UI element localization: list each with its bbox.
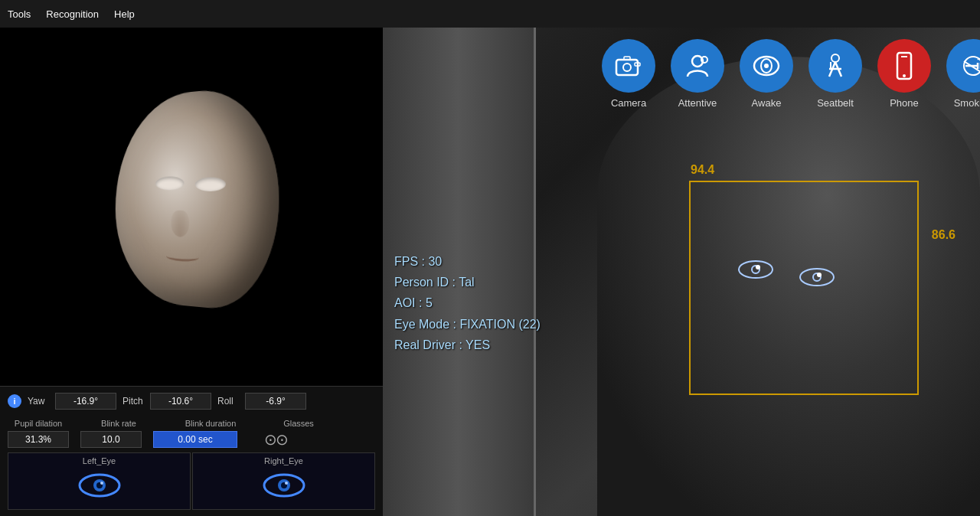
left-panel: i Yaw Pitch Roll Pupil dilation Blink ra…	[0, 28, 383, 516]
svg-point-31	[817, 273, 822, 277]
seatbelt-icon	[823, 52, 848, 80]
pupil-value: 31.3%	[8, 431, 69, 448]
stats-labels-row: Pupil dilation Blink rate Blink duration…	[8, 416, 375, 429]
pitch-input[interactable]	[150, 393, 211, 410]
phone-label: Phone	[890, 97, 919, 109]
detection-score-tr: 86.6	[932, 228, 956, 242]
right-eye-label: Right_Eye	[264, 456, 303, 465]
icon-bar: Camera Attentive Awake	[602, 39, 980, 109]
ear-shape	[92, 176, 115, 218]
svg-point-3	[100, 482, 103, 485]
icon-item-awake[interactable]: Awake	[740, 39, 793, 109]
blink-rate-value: 10.0	[80, 431, 142, 448]
nose-shape	[171, 211, 189, 237]
glasses-label: Glasses	[283, 419, 314, 428]
detection-score-tl: 94.4	[691, 163, 714, 177]
camera-label: Camera	[611, 97, 646, 109]
svg-point-17	[831, 54, 839, 62]
right-panel: Camera Attentive Awake	[383, 28, 980, 516]
camera-icon-circle[interactable]	[602, 39, 655, 93]
head-canvas	[0, 28, 383, 386]
face-left-eye-svg	[737, 259, 775, 280]
icon-item-phone[interactable]: Phone	[877, 39, 931, 109]
overlay-text: FPS : 30 Person ID : Tal AOI : 5 Eye Mod…	[394, 251, 541, 355]
aoi-text: AOI : 5	[394, 292, 541, 313]
right-eye-icon	[261, 472, 307, 498]
svg-point-9	[623, 64, 631, 71]
seatbelt-icon-circle[interactable]	[808, 39, 862, 93]
attentive-label: Attentive	[678, 97, 717, 109]
left-eye-label: Left_Eye	[83, 456, 116, 465]
person-id-text: Person ID : Tal	[394, 272, 541, 292]
svg-point-7	[285, 482, 288, 485]
3d-head	[84, 84, 299, 345]
head-shape	[116, 83, 279, 314]
camera-icon	[615, 55, 642, 77]
awake-icon-circle[interactable]	[740, 39, 793, 93]
svg-point-26	[739, 261, 773, 278]
phone-icon	[895, 51, 913, 80]
awake-icon	[751, 55, 782, 77]
left-eye-panel: Left_Eye	[8, 452, 191, 510]
svg-point-28	[756, 265, 760, 269]
controls-area: i Yaw Pitch Roll Pupil dilation Blink ra…	[0, 386, 383, 516]
left-eye-icon	[77, 472, 122, 498]
roll-input[interactable]	[245, 393, 306, 410]
smoking-label: Smoking	[954, 97, 980, 109]
awake-label: Awake	[752, 97, 782, 109]
face-right-eye-overlay	[798, 266, 836, 291]
roll-label: Roll	[217, 396, 239, 407]
right-eye-panel: Right_Eye	[192, 452, 375, 510]
icon-item-camera[interactable]: Camera	[602, 39, 655, 109]
eye-mode-text: Eye Mode : FIXATION (22)	[394, 313, 541, 334]
mouth-shape	[166, 251, 199, 262]
blink-duration-label: Blink duration	[185, 419, 237, 428]
attentive-icon	[684, 52, 711, 80]
fps-text: FPS : 30	[394, 251, 541, 272]
face-left-eye-overlay	[737, 259, 775, 283]
right-eye-socket	[195, 177, 226, 191]
svg-rect-8	[616, 60, 638, 75]
attentive-icon-circle[interactable]	[671, 39, 724, 93]
left-eye-socket	[155, 176, 184, 190]
svg-point-19	[903, 74, 906, 77]
svg-point-29	[800, 269, 834, 286]
menubar: Tools Recognition Help	[0, 0, 980, 28]
real-driver-text: Real Driver : YES	[394, 335, 541, 355]
angle-controls-row: i Yaw Pitch Roll	[8, 393, 375, 410]
info-icon: i	[8, 394, 21, 408]
icon-item-attentive[interactable]: Attentive	[671, 39, 724, 109]
blink-duration-value: 0.00 sec	[153, 431, 237, 448]
menu-help[interactable]: Help	[114, 8, 135, 20]
detection-box: 94.4 86.6	[689, 181, 919, 395]
yaw-input[interactable]	[55, 393, 116, 410]
pupil-label: Pupil dilation	[15, 419, 62, 428]
svg-point-16	[764, 64, 769, 68]
blink-rate-label: Blink rate	[101, 419, 136, 428]
menu-tools[interactable]: Tools	[8, 8, 31, 20]
icon-item-smoking[interactable]: Smoking	[946, 39, 980, 109]
smoking-icon-circle[interactable]	[946, 39, 980, 93]
icon-item-seatbelt[interactable]: Seatbelt	[808, 39, 862, 109]
smoking-icon	[958, 55, 980, 77]
seatbelt-label: Seatbelt	[817, 97, 854, 109]
yaw-label: Yaw	[28, 396, 49, 407]
glasses-value: ⊙⊙	[249, 431, 302, 448]
stats-values-row: 31.3% 10.0 0.00 sec ⊙⊙	[8, 431, 375, 448]
phone-icon-circle[interactable]	[877, 39, 931, 93]
face-right-eye-svg	[798, 266, 836, 288]
svg-rect-10	[624, 57, 630, 60]
eye-panels: Left_Eye Right_Eye	[8, 452, 375, 510]
menu-recognition[interactable]: Recognition	[46, 8, 99, 20]
pitch-label: Pitch	[122, 396, 144, 407]
